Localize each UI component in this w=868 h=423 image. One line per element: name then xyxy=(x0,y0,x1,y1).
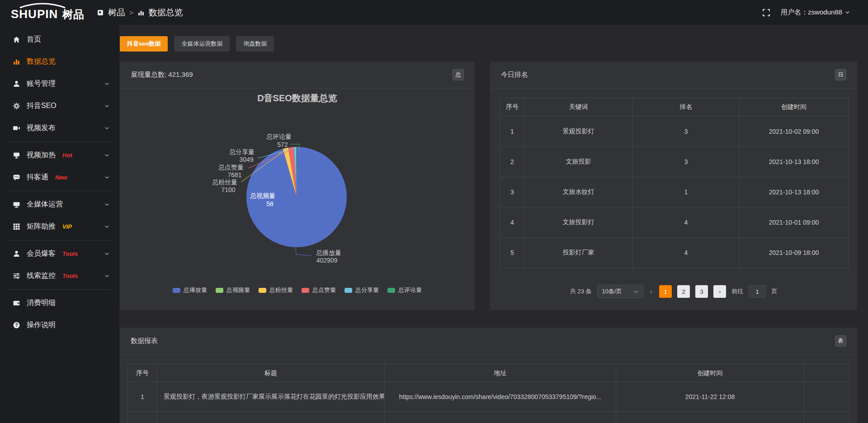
page-size-select[interactable]: 10条/页 xyxy=(597,285,643,298)
page-size-value: 10条/页 xyxy=(602,287,622,296)
pie-value-like: 7681 xyxy=(227,171,241,179)
page-button-1[interactable]: 1 xyxy=(659,285,672,298)
legend-label: 总视频量 xyxy=(226,286,250,294)
video-link[interactable]: https://www.iesdouyin.com/share/video/70… xyxy=(385,382,616,412)
day-badge-button[interactable]: 日 xyxy=(835,69,846,80)
sidebar-item-home[interactable]: 首页 xyxy=(0,28,119,51)
total-badge-button[interactable]: 总 xyxy=(453,69,464,80)
tab-inquiry[interactable]: 询盘数据 xyxy=(236,36,274,52)
sidebar-item-doukestong[interactable]: 抖客通 New xyxy=(0,166,119,188)
report-title: 数据报表 xyxy=(131,337,158,345)
pagination: 共 23 条 10条/页 ‹ 1 2 3 › 前往 页 xyxy=(490,285,857,298)
next-page-button[interactable]: › xyxy=(713,285,726,298)
gear-icon xyxy=(13,102,21,110)
table-row: 1 景观投影灯 3 2021-10-02 09:00 xyxy=(500,117,849,147)
chart-legend: 总播放量 总视频量 总粉丝量 总点赞量 总分享量 总评论量 xyxy=(120,286,475,294)
cell-rank: 3 xyxy=(633,147,740,177)
legend-item-like[interactable]: 总点赞量 xyxy=(302,286,336,294)
cell-index: 5 xyxy=(500,238,524,268)
legend-item-fans[interactable]: 总粉丝量 xyxy=(259,286,293,294)
breadcrumb-root[interactable]: 树品 xyxy=(108,7,125,19)
goto-label: 前往 xyxy=(731,287,743,296)
pie-label-video: 总视频量 xyxy=(250,192,275,199)
overview-header-label: 展现量总数: xyxy=(131,70,166,78)
sidebar-item-consume-detail[interactable]: 消费明细 xyxy=(0,292,119,314)
sidebar-item-label: 抖音SEO xyxy=(27,101,57,111)
cell-keyword: 景观投影灯 xyxy=(524,117,633,147)
cell-created: 2021-10-13 18:00 xyxy=(740,177,849,207)
display-icon xyxy=(13,201,21,209)
cell-created: 2021-10-13 18:00 xyxy=(740,147,849,177)
chevron-down-icon xyxy=(104,103,109,108)
sidebar: 首页 数据总览 账号管理 抖音SEO 视频发布 视频加热 Hot 抖客通 New… xyxy=(0,25,119,423)
legend-label: 总分享量 xyxy=(355,286,379,294)
cell-created: 2021-10-01 09:00 xyxy=(740,207,849,238)
sidebar-item-douyin-seo[interactable]: 抖音SEO xyxy=(0,95,119,117)
table-row: 2 文旅投影 3 2021-10-13 18:00 xyxy=(500,147,849,177)
col-index: 序号 xyxy=(500,98,524,117)
bar-chart-icon xyxy=(13,58,21,66)
sidebar-item-media-operation[interactable]: 全媒体运营 xyxy=(0,193,119,216)
ranking-panel: 今日排名 日 序号 关键词 排名 创建时间 1 景观投影灯 3 2021-10-… xyxy=(490,61,857,310)
legend-item-video[interactable]: 总视频量 xyxy=(216,286,250,294)
tab-douyin-seo[interactable]: 抖音seo数据 xyxy=(120,36,168,52)
tab-media-operation[interactable]: 全媒体运营数据 xyxy=(174,36,230,52)
sidebar-item-guide[interactable]: ? 操作说明 xyxy=(0,314,119,336)
page-button-3[interactable]: 3 xyxy=(695,285,708,298)
table-badge-button[interactable]: 表 xyxy=(835,335,846,347)
new-tag: New xyxy=(55,174,67,181)
legend-label: 总粉丝量 xyxy=(269,286,293,294)
wallet-icon xyxy=(13,299,21,307)
legend-item-play[interactable]: 总播放量 xyxy=(173,286,207,294)
tools-tag: Tools xyxy=(62,273,78,279)
sidebar-item-label: 数据总览 xyxy=(27,57,56,66)
goto-page-input[interactable] xyxy=(749,285,766,298)
page-button-2[interactable]: 2 xyxy=(677,285,690,298)
col-extra xyxy=(804,364,849,382)
breadcrumb-separator: > xyxy=(129,9,133,16)
table-row: 3 文旅水纹灯 1 2021-10-13 18:00 xyxy=(500,177,849,207)
pie-label-fans: 总粉丝量 xyxy=(212,179,237,186)
sidebar-divider xyxy=(8,289,111,290)
pie-value-comment: 572 xyxy=(277,141,288,148)
table-row-partial xyxy=(128,412,849,423)
pie-value-fans: 7100 xyxy=(221,186,235,193)
ranking-title: 今日排名 xyxy=(501,70,528,79)
data-tabs: 抖音seo数据 全媒体运营数据 询盘数据 xyxy=(120,36,274,52)
cell-extra xyxy=(804,382,849,412)
sidebar-item-matrix-boost[interactable]: 矩阵助推 VIP xyxy=(0,216,119,238)
cell-index: 2 xyxy=(500,147,524,177)
user-menu[interactable]: 用户名：zswodun88 xyxy=(781,8,850,17)
col-title: 标题 xyxy=(157,364,385,382)
pie-label-share: 总分享量 xyxy=(229,148,255,155)
pie-label-comment: 总评论量 xyxy=(266,133,292,140)
legend-item-comment[interactable]: 总评论量 xyxy=(387,286,422,294)
table-header-row: 序号 关键词 排名 创建时间 xyxy=(500,98,849,117)
sidebar-item-video-heat[interactable]: 视频加热 Hot xyxy=(0,144,119,166)
main-content: 抖音seo数据 全媒体运营数据 询盘数据 展现量总数: 421,369 总 D音… xyxy=(119,25,868,423)
chart-title: D音SEO数据量总览 xyxy=(120,92,475,104)
legend-item-share[interactable]: 总分享量 xyxy=(344,286,379,294)
home-icon xyxy=(13,36,21,44)
col-url: 地址 xyxy=(385,364,616,382)
table-row: 1 景观投影灯，夜游景观投影灯厂家展示展示落花灯在花园里的灯光投影应用效果 # … xyxy=(128,382,849,412)
sidebar-item-video-publish[interactable]: 视频发布 xyxy=(0,117,119,139)
pie-value-share: 3049 xyxy=(239,156,253,163)
fullscreen-icon[interactable] xyxy=(762,8,771,17)
sidebar-item-data-overview[interactable]: 数据总览 xyxy=(0,51,119,73)
pie-value-video: 58 xyxy=(266,200,274,207)
sidebar-divider xyxy=(8,191,111,191)
legend-swatch xyxy=(387,288,395,293)
table-row: 5 投影灯厂家 4 2021-10-09 18:00 xyxy=(500,238,849,268)
sidebar-item-account[interactable]: 账号管理 xyxy=(0,73,119,95)
cell-rank: 4 xyxy=(633,238,740,268)
sidebar-item-clue-monitor[interactable]: 线索监控 Tools xyxy=(0,265,119,287)
pagination-total: 共 23 条 xyxy=(570,287,592,296)
sidebar-item-member-burst[interactable]: 会员爆客 Tools xyxy=(0,243,119,265)
pie-chart[interactable]: 总评论量 572 总分享量 3049 总点赞量 7681 总粉丝量 7100 总… xyxy=(120,107,475,278)
sidebar-item-label: 消费明细 xyxy=(27,298,56,308)
prev-page-button[interactable]: ‹ xyxy=(649,287,654,296)
breadcrumb-current[interactable]: 数据总览 xyxy=(149,7,183,19)
cell-rank: 3 xyxy=(633,117,740,147)
col-created: 创建时间 xyxy=(616,364,804,382)
